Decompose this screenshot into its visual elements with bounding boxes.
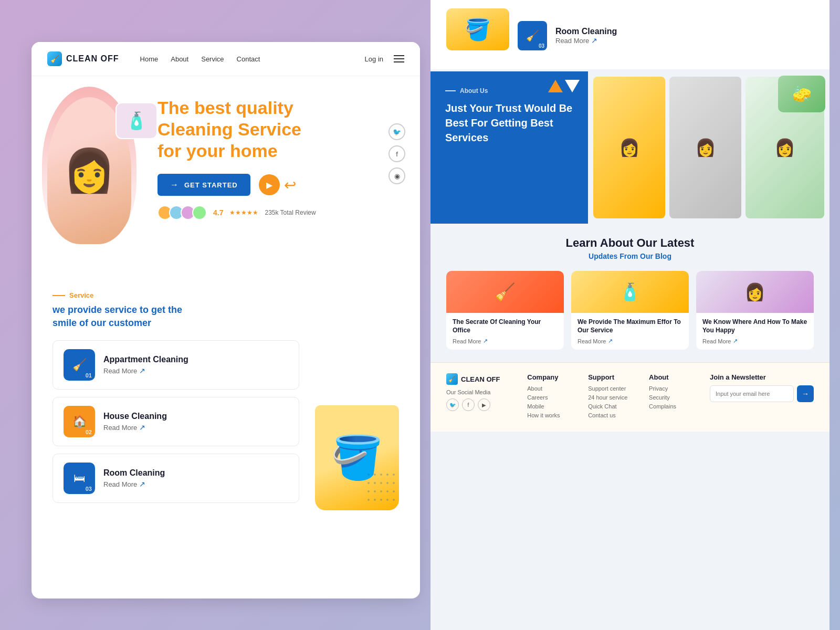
services-layout: 🧹 01 Appartment Cleaning Read More ↗ <box>52 340 404 510</box>
service-title-1: Appartment Cleaning <box>103 355 188 364</box>
right-top-section: 🪣 🧹 03 Room Cleaning Read More ↗ <box>430 0 830 71</box>
footer-about-title: About <box>649 373 699 381</box>
footer-brand-col: 🧹 CLEAN OFF Our Social Media 🐦 f ▶ <box>446 373 517 421</box>
footer-company-item-2[interactable]: Careers <box>527 394 578 401</box>
services-list: 🧹 01 Appartment Cleaning Read More ↗ <box>52 340 299 510</box>
top-service-icon: 🧹 03 <box>518 21 547 50</box>
about-img-1: 👩 <box>593 77 665 218</box>
subtitle-highlight: our customer <box>91 318 151 328</box>
top-service-image: 🪣 <box>446 8 509 50</box>
nav-right: Log in <box>365 55 404 63</box>
services-section: Service we provide service to get the sm… <box>32 276 420 521</box>
read-more-3[interactable]: Read More ↗ <box>103 480 165 488</box>
blog-arrow-1: ↗ <box>483 338 488 344</box>
footer-youtube-icon[interactable]: ▶ <box>478 398 490 411</box>
footer-twitter-icon[interactable]: 🐦 <box>446 398 459 411</box>
footer-grid: 🧹 CLEAN OFF Our Social Media 🐦 f ▶ Compa… <box>446 373 814 421</box>
footer-support-item-3[interactable]: Quick Chat <box>588 403 638 410</box>
footer-about-item-1[interactable]: Privacy <box>649 385 699 392</box>
avatar-4 <box>192 205 207 220</box>
service-title-2: House Cleaning <box>103 412 167 421</box>
blog-card-body-1: The Secrate Of Cleaning Your Office Read… <box>446 313 564 350</box>
blog-card-3: 👩 We Know Where And How To Make You Happ… <box>696 271 814 350</box>
service-info-1: Appartment Cleaning Read More ↗ <box>103 355 188 375</box>
blog-card-img-2: 🧴 <box>571 271 689 313</box>
newsletter-submit-button[interactable]: → <box>797 385 814 402</box>
service-num-3: 03 <box>86 486 92 492</box>
footer-support-title: Support <box>588 373 638 381</box>
service-icon-2: 🏠 02 <box>64 406 95 437</box>
get-started-label: GET STARTED <box>184 181 238 189</box>
footer-about-item-2[interactable]: Security <box>649 394 699 401</box>
get-started-button[interactable]: → GET STARTED <box>158 174 250 196</box>
read-more-2[interactable]: Read More ↗ <box>103 423 167 432</box>
service-subtitle: we provide service to get the smile of o… <box>52 303 404 330</box>
arrow-diag-3: ↗ <box>139 480 145 488</box>
about-title: Just Your Trust Would Be Best For Gettin… <box>445 101 573 145</box>
supplies-image: 🪣 <box>310 340 404 510</box>
blog-card-body-2: We Provide The Maximum Effor To Our Serv… <box>571 313 689 350</box>
footer-social-icons: 🐦 f ▶ <box>446 398 517 411</box>
footer-newsletter-col: Join a Newsletter → <box>710 373 814 421</box>
blog-section-title: Learn About Our Latest <box>446 236 814 250</box>
top-service-read-more[interactable]: Read More ↗ <box>555 36 617 45</box>
top-service-icon-inner: 🧹 <box>526 29 539 42</box>
about-section: About Us Just Your Trust Would Be Best F… <box>430 71 830 224</box>
blog-section-subtitle: Updates From Our Blog <box>446 252 814 260</box>
service-num-2: 02 <box>86 429 92 435</box>
arrow-diag-2: ↗ <box>139 423 145 432</box>
blog-card-img-1: 🧹 <box>446 271 564 313</box>
service-title-3: Room Cleaning <box>103 468 165 478</box>
nav-contact[interactable]: Contact <box>237 55 260 63</box>
footer-logo-text: CLEAN OFF <box>461 375 500 383</box>
newsletter-input[interactable] <box>710 385 794 402</box>
star-icons: ★★★★★ <box>229 209 258 216</box>
blog-cards-row: 🧹 The Secrate Of Cleaning Your Office Re… <box>446 271 814 350</box>
blog-section: Learn About Our Latest Updates From Our … <box>430 224 830 362</box>
logo-text: CLEAN OFF <box>66 54 119 64</box>
navbar: 🧹 CLEAN OFF Home About Service Contact L… <box>32 42 420 76</box>
footer-support-item-4[interactable]: Contact us <box>588 412 638 418</box>
about-tag: About Us <box>445 87 573 94</box>
footer-company-item-3[interactable]: Mobile <box>527 403 578 410</box>
blog-card-img-3: 👩 <box>696 271 814 313</box>
blog-read-more-2[interactable]: Read More ↗ <box>578 338 682 344</box>
play-button[interactable]: ▶ <box>259 174 280 195</box>
logo[interactable]: 🧹 CLEAN OFF <box>47 51 119 66</box>
top-service-card: 🧹 03 Room Cleaning Read More ↗ <box>518 21 617 50</box>
review-row: 4.7 ★★★★★ 235k Total Review <box>158 205 404 220</box>
top-service-info: Room Cleaning Read More ↗ <box>555 27 617 45</box>
footer-social-label: Our Social Media <box>446 389 517 395</box>
footer-support-item-1[interactable]: Support center <box>588 385 638 392</box>
footer-support-col: Support Support center 24 hour service Q… <box>588 373 638 421</box>
subtitle-line1: we provide service to get the <box>52 304 182 315</box>
hero-section: 👩 🧴 The best quality Cleaning Service fo… <box>32 76 420 276</box>
curl-arrow-icon: ↩ <box>284 176 296 194</box>
service-icon-1: 🧹 01 <box>64 349 95 381</box>
nav-home[interactable]: Home <box>140 55 159 63</box>
blog-arrow-3: ↗ <box>733 338 738 344</box>
footer-section: 🧹 CLEAN OFF Our Social Media 🐦 f ▶ Compa… <box>430 362 830 432</box>
login-button[interactable]: Log in <box>365 55 383 63</box>
footer-logo-icon: 🧹 <box>446 373 458 385</box>
footer-support-item-2[interactable]: 24 hour service <box>588 394 638 401</box>
nav-service[interactable]: Service <box>201 55 224 63</box>
hamburger-menu[interactable] <box>394 55 404 62</box>
top-service-title: Room Cleaning <box>555 27 617 36</box>
footer-company-item-1[interactable]: About <box>527 385 578 392</box>
service-tag: Service <box>52 291 404 299</box>
service-num-1: 01 <box>86 372 92 379</box>
nav-links: Home About Service Contact <box>140 55 365 63</box>
hero-line1: The best quality <box>158 98 293 118</box>
nav-about[interactable]: About <box>171 55 188 63</box>
footer-about-item-3[interactable]: Complains <box>649 403 699 410</box>
about-images-block: 🧽 👩 👩 👩 <box>588 71 830 224</box>
read-more-1[interactable]: Read More ↗ <box>103 366 188 375</box>
blog-read-more-1[interactable]: Read More ↗ <box>453 338 558 344</box>
hero-line3: for your home <box>158 141 278 161</box>
blog-read-more-3[interactable]: Read More ↗ <box>702 338 807 344</box>
footer-company-item-4[interactable]: How it works <box>527 412 578 418</box>
arrow-icon: → <box>170 180 179 190</box>
blog-card-title-3: We Know Where And How To Make You Happy <box>702 318 807 334</box>
footer-facebook-icon[interactable]: f <box>462 398 475 411</box>
